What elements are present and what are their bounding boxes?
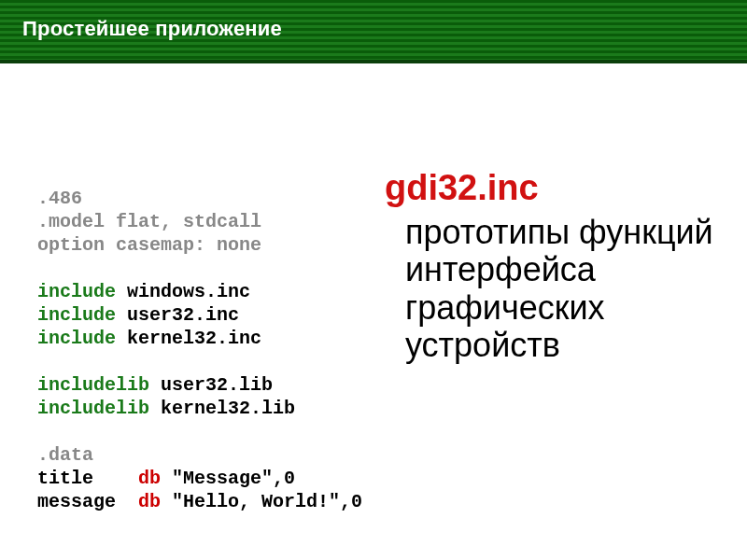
description-heading: gdi32.inc (385, 168, 726, 208)
description-panel: gdi32.inc прототипы функций интерфейса г… (381, 168, 726, 364)
code-keyword: includelib (37, 374, 149, 396)
slide-title: Простейшее приложение (0, 0, 747, 41)
code-arg: user32.lib (149, 374, 273, 396)
title-bar: Простейшее приложение (0, 0, 747, 63)
code-line: option casemap: none (37, 234, 261, 256)
code-arg: kernel32.lib (149, 398, 295, 419)
code-keyword: db (138, 468, 161, 489)
code-line: .data (37, 444, 93, 466)
code-keyword: db (138, 491, 161, 512)
code-line: .486 (37, 188, 82, 209)
code-name: message (37, 491, 138, 512)
slide: Простейшее приложение .486 .model flat, … (0, 0, 747, 560)
code-keyword: include (37, 281, 116, 302)
code-arg: windows.inc (116, 281, 250, 302)
code-keyword: include (37, 304, 116, 326)
code-name: title (37, 468, 138, 489)
code-arg: kernel32.inc (116, 328, 261, 349)
code-keyword: includelib (37, 398, 149, 419)
code-arg: user32.inc (116, 304, 239, 326)
description-text: прототипы функций интерфейса графических… (405, 214, 726, 364)
code-block: .486 .model flat, stdcall option casemap… (37, 163, 362, 513)
code-line: .model flat, stdcall (37, 211, 261, 232)
code-value: "Message",0 (161, 468, 295, 489)
code-keyword: include (37, 328, 116, 349)
code-value: "Hello, World!",0 (161, 491, 362, 512)
